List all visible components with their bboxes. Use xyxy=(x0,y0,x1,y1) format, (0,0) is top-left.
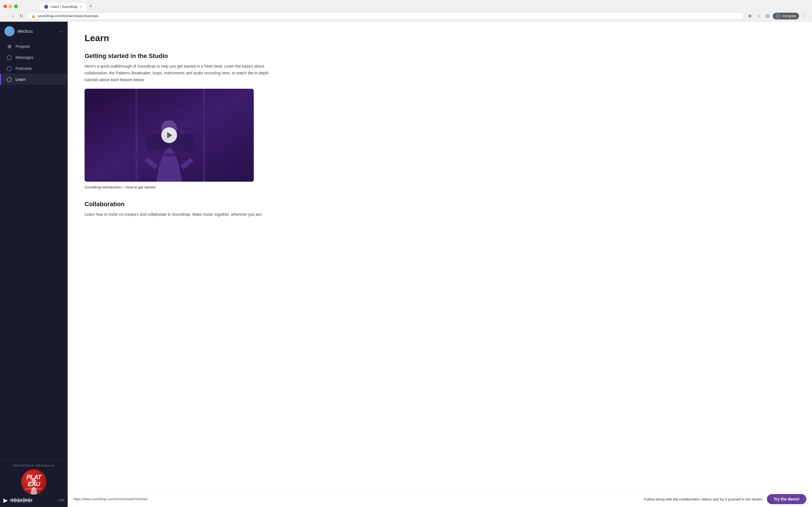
sidebar-item-learn[interactable]: ◯ Learn xyxy=(0,74,68,85)
bottom-bar: https://www.soundtrap.com/home/creator/t… xyxy=(68,491,812,507)
wave-bar xyxy=(14,498,15,503)
demo-notification-text: Follow along with the collaboration vide… xyxy=(644,497,762,501)
getting-started-title: Getting started in the Studio xyxy=(85,52,795,60)
getting-started-description: Here's a quick walkthrough of Soundtrap … xyxy=(85,63,282,83)
sidebar-nav: ⊞ Projects ◯ Messages ◯ Podcasts ◯ Learn xyxy=(0,39,68,460)
close-window-button[interactable] xyxy=(3,4,7,8)
tab-favicon xyxy=(44,5,48,9)
projects-icon: ⊞ xyxy=(6,44,12,49)
svg-point-0 xyxy=(32,479,36,483)
try-demo-button[interactable]: Try the demo! xyxy=(767,494,806,504)
wave-bar xyxy=(20,499,21,502)
minimize-window-button[interactable] xyxy=(9,4,12,8)
tab-title: Learn | Soundtrap xyxy=(50,5,78,9)
nav-bar: ‹ › ↻ 🔒 soundtrap.com/home/creator/tutor… xyxy=(0,10,812,22)
wave-bar xyxy=(15,499,16,502)
wave-bar xyxy=(13,499,14,501)
video-caption: Soundtrap Introduction – How to get star… xyxy=(85,185,795,189)
wave-bar xyxy=(28,499,29,502)
avatar xyxy=(4,26,15,36)
maximize-window-button[interactable] xyxy=(14,4,18,8)
wave-bar xyxy=(29,498,30,503)
originals-label: SOUNDTRAP ORIGINALS xyxy=(3,464,64,467)
learn-icon: ◯ xyxy=(6,76,12,82)
collaboration-title: Collaboration xyxy=(85,201,795,208)
sidebar-username: efec5ccc xyxy=(17,29,33,34)
sidebar-player: SOUNDTRAP ORIGINALS PLATEAU SOUND PACK ▶ xyxy=(0,460,68,507)
address-bar[interactable]: 🔒 soundtrap.com/home/creator/tutorials xyxy=(27,12,744,20)
back-button[interactable]: ‹ xyxy=(3,12,8,20)
tab-close-button[interactable]: × xyxy=(80,5,82,9)
incognito-badge[interactable]: 👤 Incognito xyxy=(773,13,799,19)
waveform xyxy=(10,497,56,503)
wave-bar xyxy=(17,499,17,501)
wave-bar xyxy=(26,498,27,502)
bottom-url: https://www.soundtrap.com/home/creator/t… xyxy=(73,497,147,501)
play-circle[interactable] xyxy=(161,127,177,143)
album-silhouette xyxy=(28,478,40,495)
podcasts-icon: ◯ xyxy=(6,66,12,71)
wave-bar xyxy=(22,499,23,501)
player-time: 1:55 xyxy=(58,499,64,502)
collaboration-section: Collaboration Learn how to invite co-cre… xyxy=(85,201,795,218)
sidebar-item-messages[interactable]: ◯ Messages xyxy=(0,52,68,63)
page-title: Learn xyxy=(85,33,795,43)
album-art: PLATEAU SOUND PACK xyxy=(21,469,47,495)
sidebar: efec5ccc ··· ⊞ Projects ◯ Messages ◯ Pod… xyxy=(0,22,68,507)
cast-button[interactable]: ⊕ xyxy=(746,12,753,20)
sidebar-item-podcasts[interactable]: ◯ Podcasts xyxy=(0,63,68,74)
wave-bar xyxy=(30,499,31,501)
menu-button[interactable]: ⋮ xyxy=(801,12,809,20)
wave-bar xyxy=(27,499,28,501)
wave-bar xyxy=(18,498,18,503)
play-button[interactable]: ▶ xyxy=(3,497,8,504)
sidebar-header: efec5ccc ··· xyxy=(0,22,68,39)
wave-bar xyxy=(21,499,22,502)
address-text: soundtrap.com/home/creator/tutorials xyxy=(38,14,740,18)
app-container: efec5ccc ··· ⊞ Projects ◯ Messages ◯ Pod… xyxy=(0,22,812,507)
collaboration-description: Learn how to invite co-creators and coll… xyxy=(85,211,282,218)
active-tab[interactable]: Learn | Soundtrap × xyxy=(40,3,86,10)
incognito-label: Incognito xyxy=(782,14,796,18)
wave-bar xyxy=(24,499,26,502)
traffic-lights xyxy=(3,4,18,8)
getting-started-section: Getting started in the Studio Here's a q… xyxy=(85,52,795,189)
wave-bar xyxy=(11,499,12,502)
sidebar-item-projects[interactable]: ⊞ Projects xyxy=(0,41,68,52)
incognito-icon: 👤 xyxy=(776,13,781,18)
wave-bar xyxy=(10,499,11,501)
bookmark-button[interactable]: ☆ xyxy=(755,12,762,20)
sidebar-item-label: Learn xyxy=(15,77,26,82)
wave-bar xyxy=(31,499,32,502)
new-tab-button[interactable]: + xyxy=(87,2,95,10)
profile-button[interactable]: ⊟ xyxy=(764,12,771,20)
sidebar-item-label: Projects xyxy=(15,44,30,49)
video-thumbnail xyxy=(85,89,254,182)
nav-actions: ⊕ ☆ ⊟ 👤 Incognito ⋮ xyxy=(746,12,809,20)
main-content: Learn Getting started in the Studio Here… xyxy=(68,22,812,491)
wave-bar xyxy=(12,498,13,502)
sidebar-user: efec5ccc xyxy=(4,26,33,36)
sidebar-more-button[interactable]: ··· xyxy=(59,29,63,34)
play-icon xyxy=(167,132,172,138)
wave-bar xyxy=(23,498,24,503)
player-controls: ▶ xyxy=(3,497,64,504)
messages-icon: ◯ xyxy=(6,55,12,60)
title-bar: Learn | Soundtrap × + xyxy=(0,0,812,10)
forward-button[interactable]: › xyxy=(10,12,15,20)
ssl-icon: 🔒 xyxy=(31,14,36,18)
browser-chrome: Learn | Soundtrap × + ‹ › ↻ 🔒 soundtrap.… xyxy=(0,0,812,22)
sidebar-item-label: Messages xyxy=(15,55,34,60)
sidebar-item-label: Podcasts xyxy=(15,66,32,71)
tab-bar: Learn | Soundtrap × + xyxy=(37,2,98,10)
intro-video[interactable] xyxy=(85,89,254,182)
wave-bar xyxy=(19,499,20,502)
reload-button[interactable]: ↻ xyxy=(18,12,25,20)
